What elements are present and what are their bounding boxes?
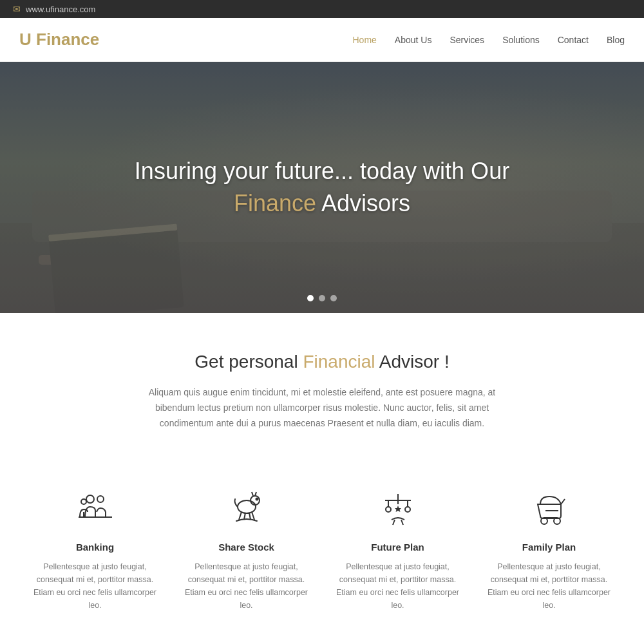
banking-desc: Pellentesque at justo feugiat, consequat… <box>32 560 158 612</box>
advisor-heading-pre: Get personal <box>194 352 303 372</box>
svg-point-10 <box>238 500 256 513</box>
website-url: www.ufinance.com <box>26 5 95 14</box>
hero-section: Insuring your future... today with Our F… <box>0 62 644 313</box>
nav-contact[interactable]: Contact <box>558 35 589 45</box>
banking-icon <box>32 489 158 533</box>
services-grid: Banking Pellentesque at justo feugiat, c… <box>0 482 644 644</box>
svg-point-24 <box>405 507 410 512</box>
dot-1[interactable] <box>307 295 314 301</box>
email-icon: ✉ <box>13 4 21 14</box>
service-banking: Banking Pellentesque at justo feugiat, c… <box>26 482 164 618</box>
family-plan-icon <box>486 489 612 533</box>
nav-home[interactable]: Home <box>352 35 376 45</box>
advisor-heading-post: Advisor ! <box>375 352 450 372</box>
top-bar: ✉ www.ufinance.com <box>0 0 644 18</box>
advisor-heading: Get personal Financial Advisor ! <box>26 352 618 372</box>
service-family-plan: Family Plan Pellentesque at justo feugia… <box>480 482 618 618</box>
svg-line-15 <box>252 512 254 520</box>
svg-line-26 <box>401 520 403 525</box>
share-stock-icon <box>184 489 309 533</box>
nav-blog[interactable]: Blog <box>607 35 625 45</box>
svg-point-7 <box>97 496 104 502</box>
service-future-plan: Future Plan Pellentesque at justo feugia… <box>328 482 467 618</box>
svg-point-16 <box>256 498 258 500</box>
future-plan-title: Future Plan <box>335 542 460 553</box>
nav-solutions[interactable]: Solutions <box>502 35 540 45</box>
banking-title: Banking <box>32 542 158 553</box>
family-plan-desc: Pellentesque at justo feugiat, consequat… <box>486 560 612 612</box>
dot-3[interactable] <box>330 295 337 301</box>
future-plan-desc: Pellentesque at justo feugiat, consequat… <box>335 560 460 612</box>
family-plan-title: Family Plan <box>486 542 612 553</box>
hero-heading: Insuring your future... today with Our F… <box>135 155 509 220</box>
hero-line1: Insuring your future... today with Our <box>135 158 509 184</box>
nav-services[interactable]: Services <box>450 35 484 45</box>
share-stock-desc: Pellentesque at justo feugiat, consequat… <box>184 560 309 612</box>
logo-letter: U <box>19 30 32 49</box>
advisor-description: Aliquam quis augue enim tincidunt, mi et… <box>129 385 515 431</box>
hero-highlight: Finance <box>234 190 316 216</box>
svg-point-6 <box>86 495 94 503</box>
svg-marker-22 <box>395 506 401 512</box>
svg-line-25 <box>393 520 395 525</box>
svg-point-20 <box>386 507 391 512</box>
svg-point-8 <box>81 499 86 504</box>
future-plan-icon <box>335 489 460 533</box>
logo-text: Finance <box>36 30 99 49</box>
advisor-heading-highlight: Financial <box>303 352 375 372</box>
advisor-section: Get personal Financial Advisor ! Aliquam… <box>0 313 644 482</box>
main-nav: Home About Us Services Solutions Contact… <box>352 35 625 45</box>
share-stock-title: Share Stock <box>184 542 309 553</box>
hero-dots <box>307 295 337 301</box>
dot-2[interactable] <box>319 295 325 301</box>
logo[interactable]: U Finance <box>19 30 99 50</box>
nav-about[interactable]: About Us <box>395 35 432 45</box>
hero-content: Insuring your future... today with Our F… <box>109 155 535 220</box>
service-share-stock: Share Stock Pellentesque at justo feugia… <box>177 482 316 618</box>
header: U Finance Home About Us Services Solutio… <box>0 18 644 62</box>
hero-line2: Advisors <box>316 190 410 216</box>
svg-line-12 <box>239 512 242 520</box>
